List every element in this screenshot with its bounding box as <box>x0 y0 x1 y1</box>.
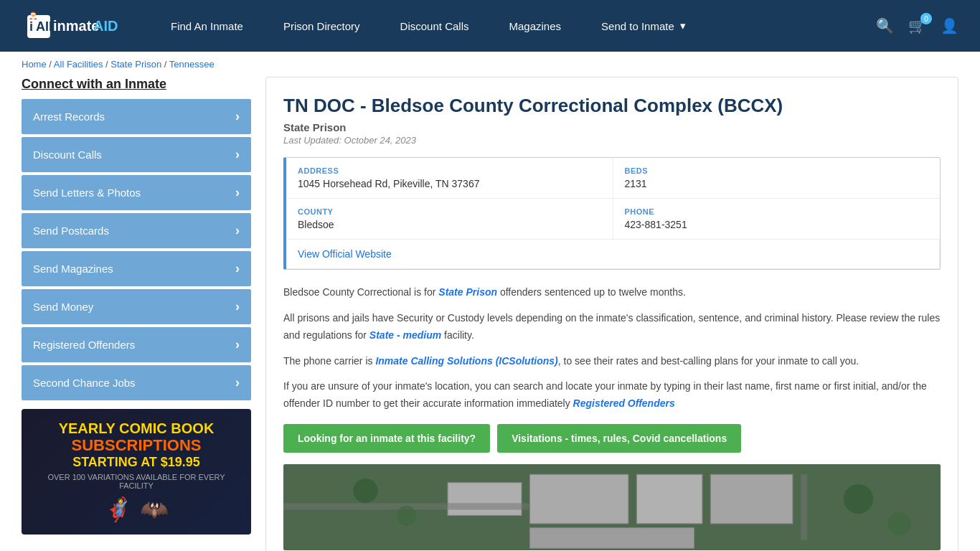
arrow-icon: › <box>235 337 240 352</box>
ad-line4: OVER 100 VARIATIONS AVAILABLE FOR EVERY … <box>33 473 240 490</box>
sidebar-item-send-magazines[interactable]: Send Magazines › <box>22 251 251 286</box>
superman-icon: 🦸 <box>104 496 133 523</box>
breadcrumb-tennessee[interactable]: Tennessee <box>169 59 215 70</box>
cart-icon[interactable]: 🛒 0 <box>908 17 926 34</box>
sidebar-item-discount-calls[interactable]: Discount Calls › <box>22 137 251 172</box>
search-icon[interactable]: 🔍 <box>876 17 894 34</box>
dropdown-arrow-icon: ▾ <box>680 19 686 32</box>
svg-text:🎅: 🎅 <box>29 11 38 20</box>
registered-offenders-link[interactable]: Registered Offenders <box>573 397 675 409</box>
find-inmate-button[interactable]: Looking for an inmate at this facility? <box>283 424 490 453</box>
facility-updated: Last Updated: October 24, 2023 <box>283 135 941 146</box>
ad-line2: SUBSCRIPTIONS <box>72 436 202 455</box>
ad-line1: YEARLY COMIC BOOK <box>59 420 215 436</box>
phone-value: 423-881-3251 <box>625 219 929 230</box>
nav-discount-calls[interactable]: Discount Calls <box>380 0 489 52</box>
header-icons: 🔍 🛒 0 👤 <box>876 17 958 34</box>
icsolutions-link[interactable]: Inmate Calling Solutions (ICSolutions) <box>375 355 557 367</box>
sidebar-item-send-money[interactable]: Send Money › <box>22 289 251 324</box>
cart-badge: 0 <box>920 13 932 24</box>
facility-type: State Prison <box>283 121 941 133</box>
arrow-icon: › <box>235 375 240 390</box>
desc-para-2: All prisons and jails have Security or C… <box>283 310 941 344</box>
website-link[interactable]: View Official Website <box>298 248 392 260</box>
header: i AID 🎅 inmate AID Find An Inmate Prison… <box>0 0 980 52</box>
sidebar-title: Connect with an Inmate <box>22 77 251 92</box>
svg-text:AID: AID <box>93 18 118 34</box>
breadcrumb-state-prison[interactable]: State Prison <box>110 59 161 70</box>
facility-aerial-image <box>283 464 941 550</box>
sidebar-item-send-postcards[interactable]: Send Postcards › <box>22 213 251 248</box>
breadcrumb-home[interactable]: Home <box>22 59 47 70</box>
ad-heroes: 🦸 🦇 <box>104 496 169 523</box>
phone-label: PHONE <box>625 207 929 216</box>
sidebar-item-arrest-records[interactable]: Arrest Records › <box>22 99 251 134</box>
address-value: 1045 Horsehead Rd, Pikeville, TN 37367 <box>298 178 601 189</box>
arrow-icon: › <box>235 223 240 238</box>
county-cell: COUNTY Bledsoe <box>286 199 613 240</box>
county-label: COUNTY <box>298 207 601 216</box>
batman-icon: 🦇 <box>140 496 169 523</box>
svg-text:inmate: inmate <box>53 18 99 34</box>
desc-para-1: Bledsoe County Correctional is for State… <box>283 284 941 301</box>
breadcrumb: Home / All Facilities / State Prison / T… <box>0 52 980 77</box>
arrow-icon: › <box>235 147 240 162</box>
sidebar-item-send-letters[interactable]: Send Letters & Photos › <box>22 175 251 210</box>
county-value: Bledsoe <box>298 219 601 230</box>
facility-info-grid: ADDRESS 1045 Horsehead Rd, Pikeville, TN… <box>283 157 941 270</box>
state-prison-link-1[interactable]: State Prison <box>438 286 497 298</box>
arrow-icon: › <box>235 261 240 276</box>
address-label: ADDRESS <box>298 166 601 175</box>
facility-description: Bledsoe County Correctional is for State… <box>283 284 941 413</box>
ad-line3: STARTING AT $19.95 <box>72 455 200 470</box>
beds-value: 2131 <box>625 178 929 189</box>
arrow-icon: › <box>235 109 240 124</box>
breadcrumb-all-facilities[interactable]: All Facilities <box>54 59 103 70</box>
visitations-button[interactable]: Visitations - times, rules, Covid cancel… <box>497 424 741 453</box>
action-buttons: Looking for an inmate at this facility? … <box>283 424 941 453</box>
sidebar-item-registered-offenders[interactable]: Registered Offenders › <box>22 327 251 362</box>
beds-label: BEDS <box>625 166 929 175</box>
user-icon[interactable]: 👤 <box>941 17 958 34</box>
desc-para-3: The phone carrier is Inmate Calling Solu… <box>283 353 941 370</box>
beds-cell: BEDS 2131 <box>613 158 941 199</box>
nav-send-to-inmate[interactable]: Send to Inmate ▾ <box>581 0 706 52</box>
address-cell: ADDRESS 1045 Horsehead Rd, Pikeville, TN… <box>286 158 613 199</box>
main-nav: Find An Inmate Prison Directory Discount… <box>151 0 876 52</box>
state-medium-link[interactable]: State - medium <box>369 329 441 341</box>
nav-find-inmate[interactable]: Find An Inmate <box>151 0 263 52</box>
sidebar: Connect with an Inmate Arrest Records › … <box>22 77 251 551</box>
nav-prison-directory[interactable]: Prison Directory <box>263 0 380 52</box>
facility-name: TN DOC - Bledsoe County Correctional Com… <box>283 95 941 117</box>
arrow-icon: › <box>235 299 240 314</box>
phone-cell: PHONE 423-881-3251 <box>613 199 941 240</box>
website-cell: View Official Website <box>286 240 940 269</box>
ad-banner[interactable]: YEARLY COMIC BOOK SUBSCRIPTIONS STARTING… <box>22 409 251 534</box>
nav-magazines[interactable]: Magazines <box>489 0 581 52</box>
facility-detail: TN DOC - Bledsoe County Correctional Com… <box>265 77 958 551</box>
sidebar-item-second-chance-jobs[interactable]: Second Chance Jobs › <box>22 365 251 400</box>
arrow-icon: › <box>235 185 240 200</box>
svg-text:i: i <box>29 19 33 34</box>
main-content: Connect with an Inmate Arrest Records › … <box>0 77 980 551</box>
desc-para-4: If you are unsure of your inmate's locat… <box>283 378 941 413</box>
logo[interactable]: i AID 🎅 inmate AID <box>22 8 122 44</box>
